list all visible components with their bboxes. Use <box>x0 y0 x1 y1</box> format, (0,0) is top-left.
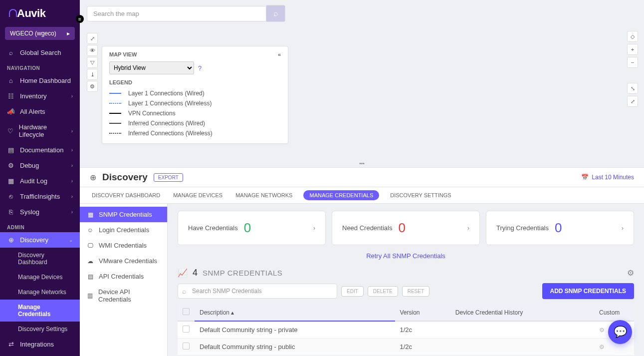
nav-hardware[interactable]: ♡Hardware Lifecycle› <box>0 119 80 142</box>
heart-icon: ♡ <box>7 127 14 135</box>
tab-discovery-dashboard[interactable]: DISCOVERY DASHBOARD <box>90 187 162 203</box>
map-search-input[interactable]: Search the map <box>87 6 266 21</box>
document-icon: ▤ <box>7 146 15 154</box>
nav-debug[interactable]: ⚙Debug› <box>0 158 80 173</box>
chevron-right-icon: › <box>467 225 469 232</box>
edit-button[interactable]: EDIT <box>341 286 364 297</box>
credentials-table: Description ▴ Version Device Credential … <box>178 304 634 356</box>
sub-snmp[interactable]: ▦SNMP Credentials <box>80 207 167 222</box>
tab-manage-devices[interactable]: MANAGE DEVICES <box>171 187 224 203</box>
map-tool-settings[interactable]: ⚙ <box>87 81 98 92</box>
export-button[interactable]: EXPORT <box>154 173 183 182</box>
cloud-icon: ☁ <box>87 258 94 265</box>
chevron-right-icon: › <box>71 178 73 184</box>
panel-resize-handle[interactable]: ••• <box>80 160 644 167</box>
cell-history <box>450 321 594 339</box>
col-custom[interactable]: Custom <box>594 304 634 321</box>
table-settings-icon[interactable]: ⚙ <box>627 268 634 278</box>
card-have-credentials[interactable]: Have Credentials 0 › <box>178 211 326 245</box>
map-tool-expand[interactable]: ⤢ <box>87 33 98 44</box>
legend-item: Layer 1 Connections (Wireless) <box>109 98 281 108</box>
map-tool-eye[interactable]: 👁 <box>87 45 98 56</box>
credentials-search-input[interactable]: Search SNMP Credentials <box>178 284 337 299</box>
api-icon: ▤ <box>87 273 94 280</box>
reset-button[interactable]: RESET <box>402 286 429 297</box>
credentials-sidebar: ▦SNMP Credentials ☺Login Credentials 🖵WM… <box>80 204 168 356</box>
chat-button[interactable]: 💬 <box>608 320 632 344</box>
map-area[interactable]: ⤢ 👁 ▽ ⤓ ⚙ MAP VIEW « Hybrid View ? LEGEN… <box>80 27 644 160</box>
snmp-icon: ▦ <box>87 211 94 218</box>
nav-integrations[interactable]: ⇄Integrations <box>0 337 80 352</box>
col-description[interactable]: Description ▴ <box>195 304 395 321</box>
col-history[interactable]: Device Credential History <box>450 304 594 321</box>
map-view-title: MAP VIEW <box>109 51 137 57</box>
sub-login[interactable]: ☺Login Credentials <box>80 222 167 238</box>
chevron-right-icon: › <box>71 209 73 215</box>
nav-docs[interactable]: ▤Documentation› <box>0 142 80 158</box>
chevron-right-icon: › <box>71 194 73 199</box>
nav-syslog[interactable]: ⎘Syslog› <box>0 204 80 220</box>
map-fullscreen[interactable]: ⤡ <box>627 83 638 94</box>
nav-home[interactable]: ⌂Home Dashboard <box>0 73 80 88</box>
table-row[interactable]: Default Community string - public 1/2c ⚙ <box>178 339 634 356</box>
sidebar: Auvik WGECO (wgeco)▸ ⌕Global Search NAVI… <box>0 0 80 356</box>
chevron-right-icon: › <box>71 128 73 134</box>
nav-discovery-settings[interactable]: Discovery Settings <box>0 322 80 337</box>
retry-all-link[interactable]: Retry All SNMP Credentials <box>178 252 634 260</box>
chevron-right-icon: › <box>622 225 624 232</box>
map-zoom-in[interactable]: + <box>627 44 638 55</box>
tab-manage-networks[interactable]: MANAGE NETWORKS <box>233 187 294 203</box>
map-view-select[interactable]: Hybrid View <box>109 61 194 74</box>
select-all-checkbox[interactable] <box>183 308 190 315</box>
org-selector[interactable]: WGECO (wgeco)▸ <box>5 27 75 40</box>
nav-section-label: NAVIGATION <box>0 60 80 73</box>
table-row[interactable]: Default Community string - private 1/2c … <box>178 321 634 339</box>
row-checkbox[interactable] <box>183 326 190 333</box>
add-credentials-button[interactable]: ADD SNMP CREDENTIALS <box>542 283 634 299</box>
time-filter[interactable]: 📅Last 10 Minutes <box>581 174 634 181</box>
map-tool-filter[interactable]: ▽ <box>87 57 98 68</box>
nav-discovery-devices[interactable]: Manage Devices <box>0 270 80 285</box>
tab-discovery-settings[interactable]: DISCOVERY SETTINGS <box>388 187 453 203</box>
row-gear-icon[interactable]: ⚙ <box>599 327 605 334</box>
sub-device-api[interactable]: ▥Device API Credentials <box>80 284 167 307</box>
nav-discovery-networks[interactable]: Manage Networks <box>0 285 80 300</box>
row-checkbox[interactable] <box>183 343 190 350</box>
map-fit[interactable]: ⤢ <box>627 96 638 107</box>
map-zoom-out[interactable]: − <box>627 57 638 68</box>
card-trying-credentials[interactable]: Trying Credentials 0 › <box>486 211 634 245</box>
admin-section-label: ADMIN <box>0 220 80 232</box>
map-locate-button[interactable]: ◇ <box>627 31 638 42</box>
help-icon[interactable]: ? <box>198 64 202 72</box>
row-gear-icon[interactable]: ⚙ <box>599 344 605 351</box>
chevron-right-icon: › <box>71 163 73 168</box>
col-version[interactable]: Version <box>395 304 450 321</box>
card-need-credentials[interactable]: Need Credentials 0 › <box>332 211 480 245</box>
nav-manage-alerts[interactable]: 🔔Manage Alerts› <box>0 352 80 356</box>
nav-discovery[interactable]: ⊕Discovery⌄ <box>0 232 80 248</box>
sidebar-toggle[interactable]: ≡ <box>76 15 84 23</box>
delete-button[interactable]: DELETE <box>368 286 398 297</box>
map-search-button[interactable]: ⌕ <box>266 5 285 22</box>
globe-icon: ⊕ <box>90 173 96 182</box>
nav-discovery-credentials[interactable]: Manage Credentials <box>0 300 80 322</box>
nav-inventory[interactable]: ☷Inventory› <box>0 88 80 104</box>
gear-icon: ⚙ <box>7 162 15 169</box>
nav-discovery-dashboard[interactable]: Discovery Dashboard <box>0 248 80 270</box>
sub-api[interactable]: ▤API Credentials <box>80 269 167 284</box>
home-icon: ⌂ <box>7 77 15 84</box>
map-tool-download[interactable]: ⤓ <box>87 69 98 80</box>
nav-traffic[interactable]: ⎋TrafficInsights› <box>0 189 80 204</box>
nav-audit[interactable]: ▦Audit Log› <box>0 173 80 189</box>
global-search[interactable]: ⌕Global Search <box>0 45 80 60</box>
tab-manage-credentials[interactable]: MANAGE CREDENTIALS <box>303 190 379 200</box>
nav-alerts[interactable]: 📣All Alerts <box>0 104 80 119</box>
clipboard-icon: ▦ <box>7 177 15 185</box>
collapse-icon[interactable]: « <box>278 51 281 57</box>
credentials-title: SNMP CREDENTIALS <box>203 269 282 277</box>
search-icon: ⌕ <box>273 9 278 18</box>
map-view-panel: MAP VIEW « Hybrid View ? LEGEND Layer 1 … <box>102 46 288 144</box>
sub-vmware[interactable]: ☁VMware Credentials <box>80 253 167 269</box>
sub-wmi[interactable]: 🖵WMI Credentials <box>80 238 167 253</box>
cell-description: Default Community string - private <box>195 321 395 339</box>
